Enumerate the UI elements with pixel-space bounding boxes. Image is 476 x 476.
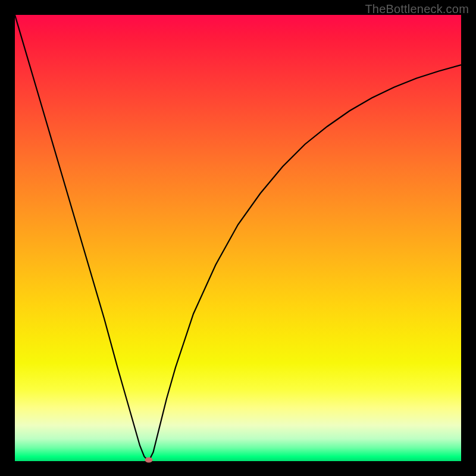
watermark-text: TheBottleneck.com (365, 2, 469, 16)
chart-frame: TheBottleneck.com (0, 0, 476, 476)
plot-area (15, 15, 461, 461)
bottleneck-curve (15, 15, 461, 461)
minimum-marker (145, 458, 153, 463)
